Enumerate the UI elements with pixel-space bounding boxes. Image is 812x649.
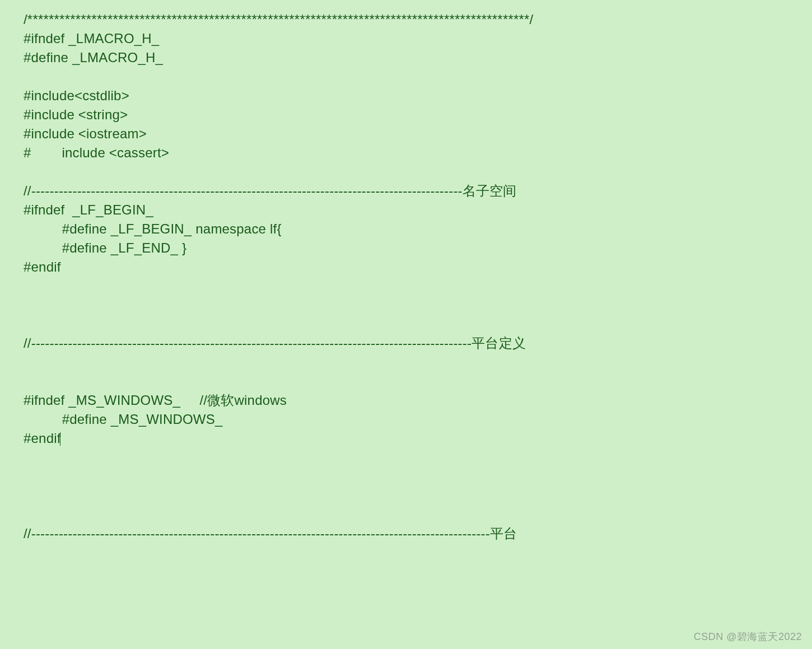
code-line: # include <cassert> [24, 145, 169, 160]
code-line: #endif [24, 259, 61, 274]
code-line: #define _LMACRO_H_ [24, 50, 163, 65]
watermark-text: CSDN @碧海蓝天2022 [694, 630, 802, 643]
code-line: #ifndef _LF_BEGIN_ [24, 202, 153, 217]
code-line: #ifndef _LMACRO_H_ [24, 31, 159, 46]
code-line: #include <iostream> [24, 126, 147, 141]
code-line: #endif [24, 431, 61, 446]
code-line: #define _LF_END_ } [24, 240, 186, 255]
code-line: #include <string> [24, 107, 128, 122]
code-line: #define _MS_WINDOWS_ [24, 412, 222, 427]
code-line: //--------------------------------------… [24, 183, 517, 198]
code-line: #ifndef _MS_WINDOWS_ //微软windows [24, 393, 287, 408]
code-line: #include<cstdlib> [24, 88, 129, 103]
code-line: /***************************************… [24, 12, 533, 27]
code-block[interactable]: /***************************************… [0, 0, 812, 543]
text-cursor [60, 432, 60, 446]
code-line: #define _LF_BEGIN_ namespace lf{ [24, 221, 282, 236]
code-line: //--------------------------------------… [24, 526, 517, 541]
code-line: //--------------------------------------… [24, 335, 526, 351]
